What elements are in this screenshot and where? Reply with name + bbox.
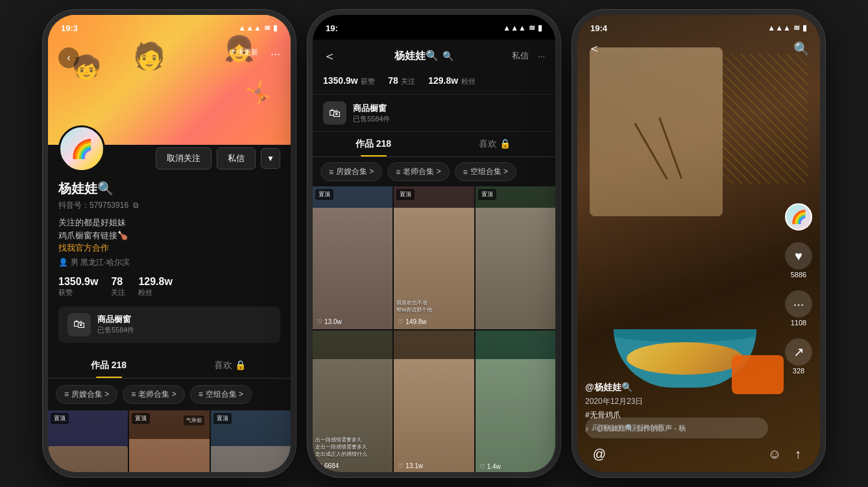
wifi-icon-2: ≋ bbox=[529, 23, 535, 32]
p2-stat-likes: 1350.9w 获赞 bbox=[323, 75, 375, 86]
stats-row: 1350.9w 获赞 78 关注 129.8w 粉丝 bbox=[58, 276, 280, 297]
dropdown-button[interactable]: ▼ bbox=[261, 148, 280, 169]
p2-thumb-2[interactable]: 置顶 我喜欢也不省帮M弄话那个他 ♡ 149.8w bbox=[394, 186, 474, 329]
phone-3-inner: 19:4 ▲▲▲ ≋ ▮ ＜ 🔍 🌈 ♥ bbox=[577, 15, 820, 472]
back-button-2[interactable]: ＜ bbox=[323, 47, 336, 65]
shop-icon-2: 🛍 bbox=[323, 101, 346, 125]
pill-1[interactable]: ≡ 房嫂合集 > bbox=[56, 385, 117, 404]
follow-button[interactable]: 取消关注 bbox=[156, 147, 211, 169]
heart-icon-6: ♡ bbox=[479, 463, 485, 470]
avatar-row: 🌈 取消关注 私信 ▼ bbox=[58, 125, 280, 172]
private-msg-btn[interactable]: 私信 bbox=[512, 50, 529, 62]
battery-icon-2: ▮ bbox=[538, 23, 542, 32]
filter-icon-1: ≡ bbox=[64, 390, 69, 399]
p2-tab-likes[interactable]: 喜欢 🔒 bbox=[434, 132, 555, 156]
avatar: 🌈 bbox=[58, 125, 105, 172]
sidebar-avatar[interactable]: 🌈 bbox=[785, 203, 812, 231]
douyin-id: 抖音号：579753916 ⧉ bbox=[58, 200, 280, 211]
refresh-button[interactable]: ↺ 求更新 bbox=[229, 47, 258, 57]
username: 杨娃娃🔍 bbox=[58, 180, 280, 197]
pill-3[interactable]: ≡ 空组合集 > bbox=[190, 385, 252, 404]
pinned-badge-3: 置顶 bbox=[213, 413, 232, 424]
bio: 关注的都是好姐妹 鸡爪橱窗有链接🍗 找我官方合作 bbox=[58, 216, 280, 255]
p3-top-bar: ＜ 🔍 bbox=[577, 40, 820, 57]
video-sidebar: 🌈 ♥ 5886 ··· 1108 ↗ 328 bbox=[785, 203, 812, 375]
p2-thumb-5[interactable]: ♡ 13.1w bbox=[394, 331, 474, 472]
like-count-4: ♡ 6684 bbox=[317, 462, 339, 469]
sidebar-like[interactable]: ♥ 5886 bbox=[785, 242, 812, 279]
video-fullscreen[interactable]: 19:4 ▲▲▲ ≋ ▮ ＜ 🔍 🌈 ♥ bbox=[577, 15, 820, 472]
phone1-content: 🧒 🧑 👧 🤸 19:3 ▲▲▲ ≋ ▮ ‹ ↺ bbox=[48, 15, 291, 472]
filter-icon-2: ≡ bbox=[131, 390, 136, 399]
phone2-stats: 1350.9w 获赞 78 关注 129.8w 粉丝 bbox=[313, 72, 555, 95]
filter-pills: ≡ 房嫂合集 > ≡ 老师合集 > ≡ 空组合集 > bbox=[48, 379, 291, 410]
shop-icon: 🛍 bbox=[67, 313, 91, 336]
status-time-1: 19:3 bbox=[61, 23, 78, 33]
bio-line1: 关注的都是好姐妹 bbox=[58, 216, 280, 229]
heart-icon-sidebar: ♥ bbox=[785, 242, 812, 269]
back-button-3[interactable]: ＜ bbox=[588, 40, 601, 57]
phone2-video-grid: 置顶 ♡ 13.0w 置顶 我喜欢也不省帮M弄话那个他 ♡ 149.8w bbox=[313, 186, 555, 472]
shop-card[interactable]: 🛍 商品橱窗 已售5584件 bbox=[58, 306, 280, 343]
share-icon-sidebar: ↗ bbox=[785, 338, 812, 366]
more-button-2[interactable]: ··· bbox=[538, 51, 545, 61]
phone-1: 🧒 🧑 👧 🤸 19:3 ▲▲▲ ≋ ▮ ‹ ↺ bbox=[43, 10, 296, 477]
p2-thumb-3[interactable]: 置顶 bbox=[476, 186, 555, 329]
phone-2: 19: ▲▲▲ ≋ ▮ ＜ 杨娃娃🔍 🔍 私信 ··· bbox=[307, 10, 561, 477]
p2-thumb-4[interactable]: 出一段感情需要多久走出一段感情需要多久走出成正人的感情什么 ♡ 6684 bbox=[313, 331, 392, 472]
message-button[interactable]: 私信 bbox=[217, 147, 256, 169]
pinned-badge-1: 置顶 bbox=[51, 413, 69, 424]
shop-info-2: 商品橱窗 已售5584件 bbox=[353, 103, 390, 124]
at-icon[interactable]: @ bbox=[588, 442, 611, 466]
p2-pill-1[interactable]: ≡房嫂合集 > bbox=[320, 162, 382, 181]
p2-thumb-1[interactable]: 置顶 ♡ 13.0w bbox=[313, 186, 392, 329]
stat-following: 78 关注 bbox=[111, 276, 125, 297]
filter-icon-3: ≡ bbox=[199, 390, 203, 399]
stat-likes: 1350.9w 获赞 bbox=[58, 276, 98, 297]
video-thumb-3[interactable]: 置顶 bbox=[211, 410, 291, 473]
comment-input[interactable]: 写下你的精彩评论吧 bbox=[585, 418, 768, 438]
p2-pill-2[interactable]: ≡老师合集 > bbox=[387, 162, 449, 181]
share-icon[interactable]: ↑ bbox=[786, 442, 810, 466]
wifi-icon-3: ≋ bbox=[793, 23, 800, 32]
sidebar-share[interactable]: ↗ 328 bbox=[785, 338, 812, 375]
video-thumb-1[interactable]: 置顶 我喜老也不省帮M弄话那个他 bbox=[48, 410, 128, 473]
tabs-row: 作品 218 喜欢 🔒 bbox=[48, 353, 291, 379]
back-button-1[interactable]: ‹ bbox=[58, 47, 79, 68]
status-icons-2: ▲▲▲ ≋ ▮ bbox=[503, 23, 542, 32]
nav-actions-2: 私信 ··· bbox=[512, 50, 545, 62]
tab-likes[interactable]: 喜欢 🔒 bbox=[169, 353, 291, 378]
comment-icon-sidebar: ··· bbox=[785, 290, 812, 318]
copy-icon[interactable]: ⧉ bbox=[133, 201, 139, 210]
battery-icon-3: ▮ bbox=[802, 23, 807, 32]
heart-icon-5: ♡ bbox=[398, 462, 404, 469]
bio-line2: 鸡爪橱窗有链接🍗 bbox=[58, 229, 280, 242]
like-count-2: ♡ 149.8w bbox=[398, 318, 426, 325]
emoji-icon[interactable]: ☺ bbox=[763, 442, 786, 466]
video-thumb-2[interactable]: 置顶 气乘都 bbox=[129, 410, 209, 473]
like-count-1: ♡ 13.0w bbox=[317, 318, 342, 325]
search-icon-nav[interactable]: 🔍 bbox=[442, 51, 453, 61]
sidebar-comment[interactable]: ··· 1108 bbox=[785, 290, 812, 327]
phone1-profile: 🌈 取消关注 私信 ▼ 杨娃娃🔍 抖音号：579753916 ⧉ 关注的都是好姐… bbox=[48, 125, 291, 343]
action-buttons: 取消关注 私信 ▼ bbox=[156, 147, 280, 169]
phone-1-inner: 🧒 🧑 👧 🤸 19:3 ▲▲▲ ≋ ▮ ‹ ↺ bbox=[48, 15, 291, 472]
heart-icon-1: ♡ bbox=[317, 318, 322, 325]
video-grid-1: 置顶 我喜老也不省帮M弄话那个他 置顶 气乘都 置顶 bbox=[48, 410, 291, 473]
p2-stat-following: 78 关注 bbox=[388, 75, 415, 86]
pinned-badge-2: 置顶 bbox=[132, 413, 150, 424]
status-bar-1: 19:3 ▲▲▲ ≋ ▮ bbox=[48, 15, 291, 41]
p2-tab-works[interactable]: 作品 218 bbox=[313, 132, 434, 156]
p2-thumb-6[interactable]: ♡ 1.4w bbox=[476, 331, 555, 472]
more-button-1[interactable]: ··· bbox=[271, 47, 280, 61]
phone2-shop[interactable]: 🛍 商品橱窗 已售5584件 bbox=[313, 95, 555, 132]
p2-pill-3[interactable]: ≡空组合集 > bbox=[455, 162, 516, 181]
pill-2[interactable]: ≡ 老师合集 > bbox=[123, 385, 184, 404]
search-button-3[interactable]: 🔍 bbox=[793, 41, 810, 56]
tab-works[interactable]: 作品 218 bbox=[48, 353, 169, 378]
stat-followers: 129.8w 粉丝 bbox=[138, 276, 172, 297]
status-time-2: 19: bbox=[326, 23, 338, 33]
like-count-5: ♡ 13.1w bbox=[398, 462, 423, 469]
phone2-tabs: 作品 218 喜欢 🔒 bbox=[313, 132, 555, 157]
phone2-nav: ＜ 杨娃娃🔍 🔍 私信 ··· bbox=[313, 40, 555, 72]
